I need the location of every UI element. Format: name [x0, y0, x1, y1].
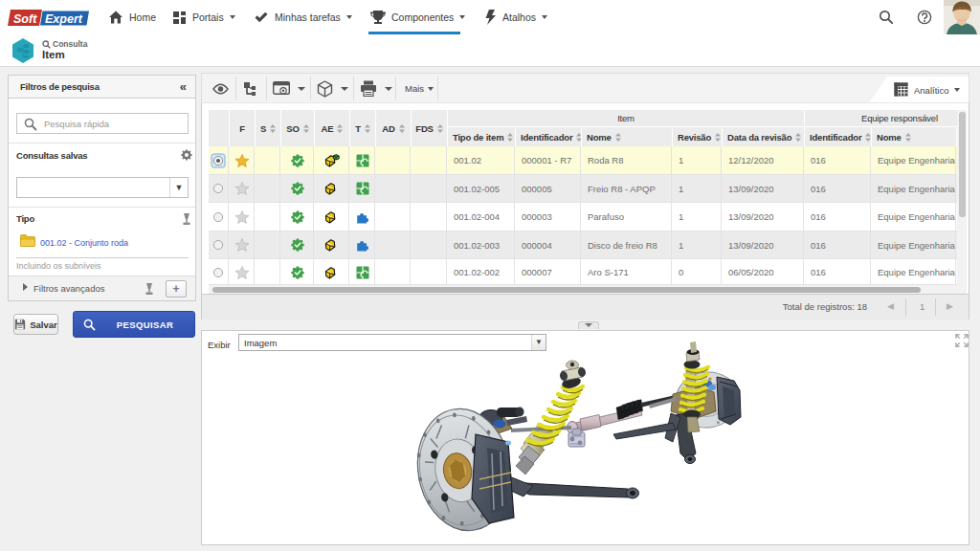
svg-text:Expert: Expert: [45, 12, 83, 26]
svg-text:Soft: Soft: [13, 12, 37, 26]
